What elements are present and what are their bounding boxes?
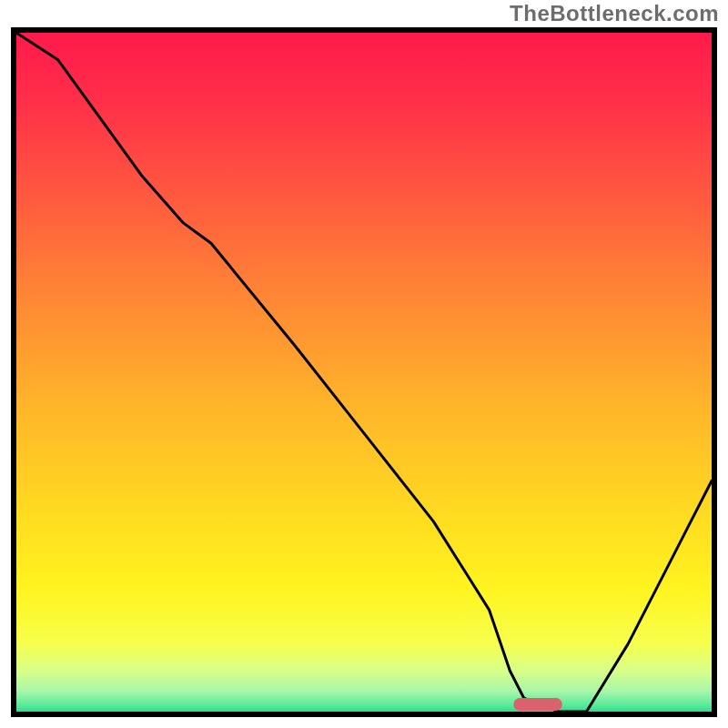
chart-page: TheBottleneck.com [0, 0, 728, 728]
optimum-marker [513, 698, 562, 711]
chart-svg [16, 33, 712, 712]
chart-frame [11, 27, 717, 717]
watermark-text: TheBottleneck.com [510, 1, 719, 26]
gradient-background [16, 33, 712, 712]
